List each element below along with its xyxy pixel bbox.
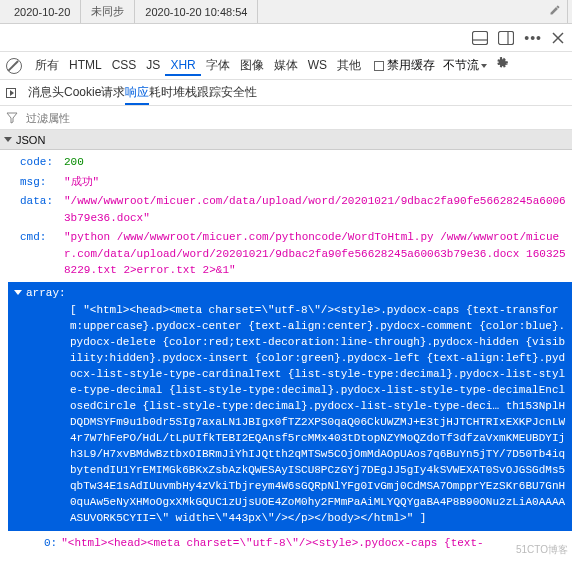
grid-row: 2020-10-20 未同步 2020-10-20 10:48:54 <box>0 0 572 24</box>
filter-tab[interactable]: 图像 <box>235 56 269 74</box>
json-value: 200 <box>64 154 84 171</box>
response-subtab[interactable]: 响应 <box>125 85 149 105</box>
filter-tab[interactable]: CSS <box>107 56 142 74</box>
json-label: JSON <box>16 134 45 146</box>
json-row-code[interactable]: code: 200 <box>20 154 572 171</box>
json-row-msg[interactable]: msg: "成功" <box>20 174 572 191</box>
filter-tab[interactable]: XHR <box>165 56 200 76</box>
json-body: code: 200 msg: "成功" data: "/www/wwwroot/… <box>0 150 572 555</box>
watermark: 51CTO博客 <box>516 543 568 555</box>
collapse-icon <box>14 290 22 295</box>
response-subtab[interactable]: 耗时 <box>149 85 173 99</box>
json-key: array: <box>26 287 66 299</box>
filter-tab[interactable]: 其他 <box>332 56 366 74</box>
panel-icon[interactable] <box>472 31 488 45</box>
cell-sync: 未同步 <box>81 4 134 19</box>
divider <box>567 0 568 23</box>
close-icon[interactable] <box>552 32 564 44</box>
json-row-data[interactable]: data: "/www/wwwroot/micuer.com/data/uplo… <box>20 193 572 226</box>
json-value: "/www/wwwroot/micuer.com/data/upload/wor… <box>64 193 572 226</box>
funnel-icon[interactable] <box>6 112 18 124</box>
response-subtab[interactable]: 安全性 <box>221 85 257 99</box>
response-subtab[interactable]: 消息头 <box>28 85 64 99</box>
response-subtabs: 消息头Cookie请求响应耗时堆栈跟踪安全性 <box>0 80 572 106</box>
devtools-toolbar: ••• <box>0 24 572 52</box>
filter-tab[interactable]: WS <box>303 56 332 74</box>
checkbox-icon <box>374 61 384 71</box>
filter-tab[interactable]: HTML <box>64 56 107 74</box>
chevron-down-icon <box>481 64 487 68</box>
cell-timestamp: 2020-10-20 10:48:54 <box>135 6 257 18</box>
filter-tab[interactable]: JS <box>141 56 165 74</box>
disable-cache-checkbox[interactable]: 禁用缓存 <box>374 57 435 74</box>
network-filter-bar: 所有HTMLCSSJSXHR字体图像媒体WS其他 禁用缓存 不节流 <box>0 52 572 80</box>
json-key: code: <box>20 154 60 171</box>
cell-date: 2020-10-20 <box>4 6 80 18</box>
collapse-icon <box>4 137 12 142</box>
response-subtab[interactable]: 堆栈跟踪 <box>173 85 221 99</box>
json-key: 0: <box>44 535 57 552</box>
filter-tab[interactable]: 所有 <box>30 56 64 74</box>
split-icon[interactable] <box>498 31 514 45</box>
json-row-cmd[interactable]: cmd: "python /www/wwwroot/micuer.com/pyt… <box>20 229 572 279</box>
json-header[interactable]: JSON <box>0 130 572 150</box>
throttle-select[interactable]: 不节流 <box>443 57 487 74</box>
divider <box>257 0 258 23</box>
json-value: "python /www/wwwroot/micuer.com/pythonco… <box>64 229 572 279</box>
block-icon[interactable] <box>6 58 22 74</box>
filter-input[interactable] <box>24 111 566 125</box>
response-subtab[interactable]: 请求 <box>101 85 125 99</box>
json-value: [ "<html><head><meta charset=\"utf-8\"/>… <box>14 303 566 526</box>
response-subtab[interactable]: Cookie <box>64 85 101 99</box>
json-key: msg: <box>20 174 60 191</box>
svg-rect-2 <box>499 31 514 44</box>
edit-icon[interactable] <box>543 4 567 19</box>
json-key: data: <box>20 193 60 226</box>
json-value: "<html><head><meta charset=\"utf-8\"/><s… <box>61 535 483 552</box>
throttle-label: 不节流 <box>443 57 479 74</box>
svg-rect-0 <box>473 31 488 44</box>
json-array-item-0[interactable]: 0: "<html><head><meta charset=\"utf-8\"/… <box>20 535 572 552</box>
filter-tab[interactable]: 字体 <box>201 56 235 74</box>
json-row-array-selected[interactable]: array: [ "<html><head><meta charset=\"ut… <box>8 282 572 531</box>
filter-props-row <box>0 106 572 130</box>
json-value: "成功" <box>64 174 99 191</box>
gear-icon[interactable] <box>495 57 509 74</box>
more-icon[interactable]: ••• <box>524 30 542 46</box>
resend-icon[interactable] <box>6 88 16 98</box>
filter-tab[interactable]: 媒体 <box>269 56 303 74</box>
json-key: cmd: <box>20 229 60 279</box>
disable-cache-label: 禁用缓存 <box>387 57 435 74</box>
